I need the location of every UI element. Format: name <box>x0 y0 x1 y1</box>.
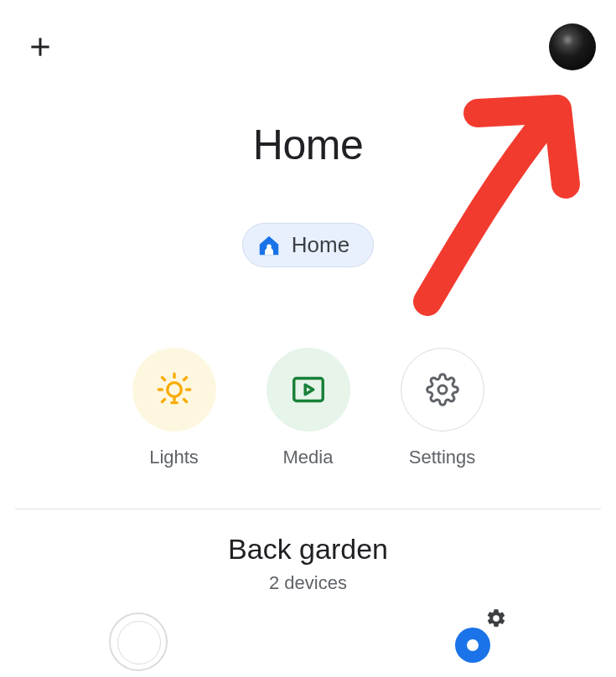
media-action[interactable]: Media <box>267 348 350 468</box>
room-device-count: 2 devices <box>0 572 616 594</box>
home-selector-chip[interactable]: Home <box>242 223 374 267</box>
lights-action[interactable]: Lights <box>132 348 216 468</box>
camera-icon <box>455 628 490 663</box>
room-title: Back garden <box>0 533 616 566</box>
svg-line-12 <box>184 399 186 401</box>
lights-label: Lights <box>149 447 199 468</box>
settings-label: Settings <box>409 447 476 468</box>
svg-line-11 <box>162 399 164 401</box>
svg-marker-14 <box>305 385 313 395</box>
home-chip-label: Home <box>292 232 349 258</box>
account-avatar[interactable] <box>549 23 596 70</box>
svg-point-15 <box>438 385 447 394</box>
plus-icon <box>27 34 54 60</box>
page-title: Home <box>0 121 616 169</box>
home-icon <box>256 233 282 258</box>
play-video-icon <box>267 348 350 432</box>
media-label: Media <box>283 447 334 468</box>
gear-icon <box>401 348 484 432</box>
lightbulb-icon <box>132 348 216 432</box>
svg-point-3 <box>167 383 181 397</box>
svg-rect-13 <box>293 379 323 401</box>
section-divider <box>15 509 601 509</box>
add-button[interactable] <box>23 30 57 64</box>
gear-icon <box>485 607 507 633</box>
settings-action[interactable]: Settings <box>401 348 484 468</box>
svg-line-10 <box>184 377 186 380</box>
device-tile-camera[interactable] <box>448 612 507 654</box>
device-tile-thermostat[interactable] <box>109 612 168 671</box>
svg-line-9 <box>162 377 164 380</box>
